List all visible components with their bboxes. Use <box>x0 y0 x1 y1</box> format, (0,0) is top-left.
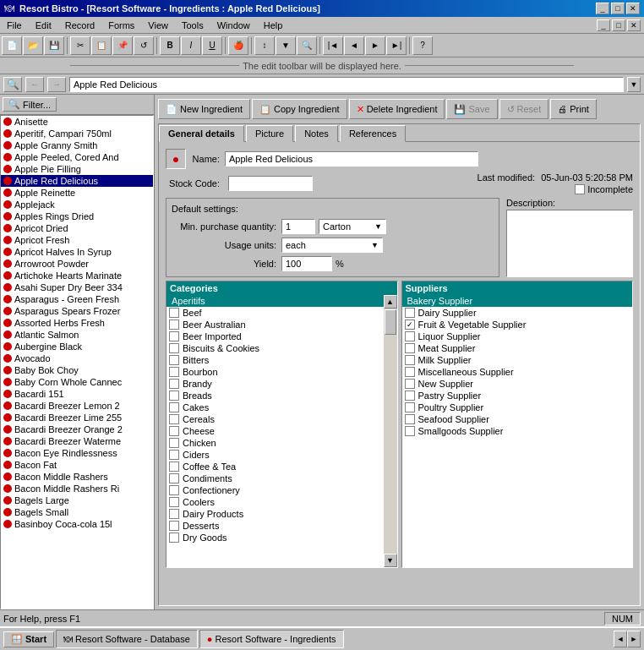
supplier-checkbox[interactable] <box>405 379 415 389</box>
toolbar-sort-btn[interactable]: ↕ <box>254 36 275 55</box>
ingredient-item[interactable]: Bagels Small <box>1 506 153 518</box>
ingredient-item[interactable]: Apricot Dried <box>1 222 153 234</box>
supplier-checkbox[interactable] <box>405 414 415 424</box>
category-item[interactable]: Cereals <box>166 413 384 425</box>
ingredient-item[interactable]: Bagels Large <box>1 494 153 506</box>
supplier-item[interactable]: Bakery Supplier <box>402 295 633 307</box>
ingredient-item[interactable]: Asparagus Spears Frozer <box>1 305 153 317</box>
category-checkbox[interactable] <box>169 521 179 531</box>
supplier-checkbox[interactable] <box>405 367 415 377</box>
ingredient-item[interactable]: Artichoke Hearts Marinate <box>1 270 153 281</box>
ingredient-item[interactable]: Baby Bok Choy <box>1 364 153 376</box>
save-button[interactable]: 💾 Save <box>446 99 497 119</box>
category-checkbox[interactable] <box>169 367 179 377</box>
category-checkbox[interactable] <box>169 308 179 318</box>
supplier-checkbox[interactable] <box>405 391 415 401</box>
toolbar-open-btn[interactable]: 📂 <box>23 36 43 55</box>
tab-picture[interactable]: Picture <box>246 125 293 142</box>
category-item[interactable]: Coffee & Tea <box>166 461 384 472</box>
ingredient-item[interactable]: Bacardi Breezer Lime 255 <box>1 412 153 423</box>
menu-help[interactable]: Help <box>257 19 290 32</box>
supplier-checkbox[interactable] <box>405 355 415 365</box>
category-checkbox[interactable] <box>169 473 179 483</box>
toolbar-prev-btn[interactable]: ◄ <box>344 36 364 55</box>
supplier-item[interactable]: Pastry Supplier <box>402 390 633 401</box>
category-checkbox[interactable] <box>169 533 179 543</box>
supplier-checkbox[interactable]: ✓ <box>405 320 415 330</box>
category-checkbox[interactable] <box>169 426 179 436</box>
category-checkbox[interactable] <box>169 402 179 412</box>
minimize-button[interactable]: _ <box>596 3 609 14</box>
print-button[interactable]: 🖨 Print <box>550 99 597 119</box>
category-checkbox[interactable] <box>169 438 179 448</box>
supplier-item[interactable]: Miscellaneous Supplier <box>402 366 633 378</box>
taskbar-db-item[interactable]: 🍽 Resort Software - Database <box>56 630 198 648</box>
tab-notes[interactable]: Notes <box>295 125 338 142</box>
category-item[interactable]: Bourbon <box>166 366 384 378</box>
ingredient-item[interactable]: Avocado <box>1 352 153 364</box>
category-item[interactable]: Beef <box>166 307 384 319</box>
ingredient-item[interactable]: Bacardi Breezer Lemon 2 <box>1 400 153 412</box>
nav-forward-button[interactable]: → <box>47 77 66 92</box>
supplier-item[interactable]: Poultry Supplier <box>402 401 633 413</box>
toolbar-apple-btn[interactable]: 🍎 <box>228 36 248 55</box>
nav-record-input[interactable] <box>69 77 624 92</box>
ingredient-item[interactable]: Aubergine Black <box>1 341 153 352</box>
supplier-item[interactable]: Meat Supplier <box>402 342 633 354</box>
ingredient-item[interactable]: Bacardi Breezer Orange 2 <box>1 423 153 435</box>
ingredient-item[interactable]: Bacon Middle Rashers Ri <box>1 483 153 494</box>
supplier-checkbox[interactable] <box>405 331 415 341</box>
incomplete-checkbox[interactable] <box>575 184 585 194</box>
category-item[interactable]: Beer Imported <box>166 330 384 342</box>
nav-search-button[interactable]: 🔍 <box>3 77 22 92</box>
ingredient-item[interactable]: Bacon Fat <box>1 459 153 471</box>
category-item[interactable]: Chicken <box>166 437 384 449</box>
toolbar-underline-btn[interactable]: U <box>202 36 222 55</box>
delete-ingredient-button[interactable]: ✕ Delete Ingredient <box>349 99 445 119</box>
toolbar-bold-btn[interactable]: B <box>160 36 180 55</box>
toolbar-next-btn[interactable]: ► <box>365 36 385 55</box>
ingredient-item[interactable]: Applejack <box>1 199 153 210</box>
supplier-checkbox[interactable] <box>405 343 415 353</box>
category-item[interactable]: Cakes <box>166 401 384 413</box>
supplier-item[interactable]: New Supplier <box>402 378 633 390</box>
menu-edit[interactable]: Edit <box>29 19 58 32</box>
close-button[interactable]: ✕ <box>626 3 640 14</box>
tab-general-details[interactable]: General details <box>159 125 244 142</box>
categories-scroll-down[interactable]: ▼ <box>384 554 397 567</box>
category-item[interactable]: Beer Australian <box>166 319 384 330</box>
ingredient-item[interactable]: Apple Peeled, Cored And <box>1 151 153 163</box>
toolbar-search-btn[interactable]: 🔍 <box>297 36 317 55</box>
ingredient-item[interactable]: Apple Granny Smith <box>1 139 153 151</box>
supplier-item[interactable]: Seafood Supplier <box>402 413 633 425</box>
reset-button[interactable]: ↺ Reset <box>499 99 549 119</box>
ingredient-item[interactable]: Basinboy Coca-cola 15l <box>1 518 153 530</box>
supplier-item[interactable]: Milk Supplier <box>402 354 633 366</box>
toolbar-cut-btn[interactable]: ✂ <box>70 36 90 55</box>
category-checkbox[interactable] <box>169 497 179 507</box>
taskbar-nav-right[interactable]: ► <box>627 631 641 647</box>
category-checkbox[interactable] <box>169 391 179 401</box>
ingredient-item[interactable]: Bacon Middle Rashers <box>1 471 153 483</box>
ingredient-item[interactable]: Bacardi Breezer Waterme <box>1 435 153 447</box>
taskbar-nav-left[interactable]: ◄ <box>614 631 627 647</box>
ingredient-item[interactable]: Apple Red Delicious <box>1 175 153 187</box>
window-controls[interactable]: _ □ ✕ <box>596 3 640 14</box>
ingredient-item[interactable]: Bacon Eye Rindlessness <box>1 447 153 459</box>
toolbar-save-btn[interactable]: 💾 <box>44 36 64 55</box>
category-item[interactable]: Coolers <box>166 496 384 508</box>
category-item[interactable]: Confectionery <box>166 484 384 496</box>
toolbar-help-btn[interactable]: ? <box>412 36 433 55</box>
maximize-button[interactable]: □ <box>611 3 625 14</box>
ingredient-item[interactable]: Bacardi 151 <box>1 388 153 400</box>
start-button[interactable]: 🪟 Start <box>3 631 54 647</box>
supplier-item[interactable]: Smallgoods Supplier <box>402 425 633 437</box>
toolbar-last-btn[interactable]: ►| <box>386 36 407 55</box>
panel-restore-button[interactable]: □ <box>612 19 625 31</box>
supplier-item[interactable]: Liquor Supplier <box>402 330 633 342</box>
category-item[interactable]: Aperitifs <box>166 295 384 307</box>
category-item[interactable]: Desserts <box>166 520 384 532</box>
taskbar-ingredients-item[interactable]: ● Resort Software - Ingredients <box>199 630 344 648</box>
nav-dropdown-button[interactable]: ▼ <box>627 77 641 92</box>
category-checkbox[interactable] <box>169 331 179 341</box>
